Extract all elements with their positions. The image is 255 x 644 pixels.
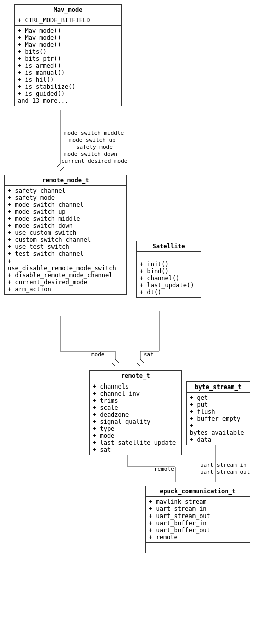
remote-t-attrs: + channels + channel_inv + trims + scale… bbox=[90, 381, 181, 455]
epuck-empty-section bbox=[146, 543, 250, 553]
byte-stream-attr-2: + flush bbox=[190, 408, 247, 415]
label-mode-switch-middle: mode_switch_middle bbox=[64, 130, 124, 136]
byte-stream-t-title: byte_stream_t bbox=[187, 382, 250, 393]
mav-mode-title: Mav_mode bbox=[15, 5, 121, 15]
satellite-title: Satellite bbox=[137, 241, 201, 252]
label-mode-switch-down: mode_switch_down bbox=[64, 151, 117, 157]
satellite-method-0: + init() bbox=[140, 261, 198, 268]
remote-t-attr-1: + channel_inv bbox=[93, 390, 178, 397]
remote-mode-t-title: remote_mode_t bbox=[5, 175, 126, 186]
remote-mode-attr-10: + use_disable_remote_mode_switch bbox=[8, 257, 123, 272]
remote-t-attr-8: + last_satellite_update bbox=[93, 439, 178, 446]
epuck-attr-0: + mavlink_stream bbox=[149, 498, 247, 505]
mav-mode-section1: + CTRL_MODE_BITFIELD bbox=[15, 15, 121, 26]
mav-mode-more: and 13 more... bbox=[18, 97, 118, 104]
satellite-box: Satellite + init() + bind() + channel() … bbox=[136, 241, 201, 298]
remote-mode-attr-2: + mode_switch_channel bbox=[8, 201, 123, 208]
epuck-communication-t-box: epuck_communication_t + mavlink_stream +… bbox=[145, 486, 250, 553]
epuck-attr-2: + uart_stream_out bbox=[149, 512, 247, 520]
label-remote: remote bbox=[154, 466, 174, 472]
mav-mode-method-4: + bits_ptr() bbox=[18, 55, 118, 62]
satellite-method-1: + bind() bbox=[140, 268, 198, 275]
diagram: Mav_mode + CTRL_MODE_BITFIELD + Mav_mode… bbox=[0, 0, 255, 644]
remote-mode-attr-0: + safety_channel bbox=[8, 187, 123, 194]
remote-t-attr-5: + signal_quality bbox=[93, 418, 178, 425]
label-uart-stream-out: uart_stream_out bbox=[200, 469, 250, 475]
mav-mode-method-1: + Mav_mode() bbox=[18, 34, 118, 41]
mav-mode-methods: + Mav_mode() + Mav_mode() + Mav_mode() +… bbox=[15, 26, 121, 106]
mav-mode-method-2: + Mav_mode() bbox=[18, 41, 118, 48]
remote-t-attr-9: + sat bbox=[93, 446, 178, 453]
remote-t-attr-7: + mode bbox=[93, 432, 178, 439]
remote-t-box: remote_t + channels + channel_inv + trim… bbox=[89, 370, 182, 455]
mav-mode-method-7: + is_hil() bbox=[18, 76, 118, 83]
epuck-attr-1: + uart_stream_in bbox=[149, 505, 247, 512]
remote-mode-attr-5: + mode_switch_down bbox=[8, 222, 123, 229]
remote-t-attr-4: + deadzone bbox=[93, 411, 178, 418]
byte-stream-attr-1: + put bbox=[190, 401, 247, 408]
epuck-communication-t-title: epuck_communication_t bbox=[146, 486, 250, 497]
byte-stream-attr-0: + get bbox=[190, 394, 247, 401]
mav-mode-method-6: + is_manual() bbox=[18, 69, 118, 76]
remote-mode-attr-13: + arm_action bbox=[8, 286, 123, 293]
label-mode-switch-up: mode_switch_up bbox=[69, 137, 116, 143]
label-sat: sat bbox=[144, 351, 154, 358]
remote-t-attr-0: + channels bbox=[93, 383, 178, 390]
satellite-method-4: + dt() bbox=[140, 289, 198, 296]
remote-mode-attr-1: + safety_mode bbox=[8, 194, 123, 201]
satellite-methods: + init() + bind() + channel() + last_upd… bbox=[137, 259, 201, 297]
remote-mode-t-attrs: + safety_channel + safety_mode + mode_sw… bbox=[5, 186, 126, 294]
mav-mode-method-9: + is_guided() bbox=[18, 90, 118, 97]
byte-stream-attr-3: + buffer_empty bbox=[190, 415, 247, 422]
byte-stream-attr-5: + data bbox=[190, 436, 247, 443]
mav-mode-method-0: + Mav_mode() bbox=[18, 27, 118, 34]
satellite-empty bbox=[137, 252, 201, 259]
remote-mode-attr-3: + mode_switch_up bbox=[8, 208, 123, 215]
remote-t-attr-3: + scale bbox=[93, 404, 178, 411]
remote-t-attr-2: + trims bbox=[93, 397, 178, 404]
remote-mode-attr-6: + use_custom_switch bbox=[8, 229, 123, 236]
svg-marker-9 bbox=[137, 359, 144, 366]
mav-mode-box: Mav_mode + CTRL_MODE_BITFIELD + Mav_mode… bbox=[14, 4, 122, 106]
satellite-method-2: + channel() bbox=[140, 275, 198, 282]
mav-mode-bitfield: + CTRL_MODE_BITFIELD bbox=[18, 17, 118, 24]
svg-marker-5 bbox=[112, 359, 119, 366]
epuck-attr-5: + remote bbox=[149, 534, 247, 541]
epuck-communication-t-attrs: + mavlink_stream + uart_stream_in + uart… bbox=[146, 497, 250, 543]
remote-t-title: remote_t bbox=[90, 371, 181, 381]
label-safety-mode: safety_mode bbox=[76, 144, 113, 150]
label-uart-stream-in: uart_stream_in bbox=[200, 462, 247, 468]
mav-mode-method-3: + bits() bbox=[18, 48, 118, 55]
remote-mode-attr-4: + mode_switch_middle bbox=[8, 215, 123, 222]
remote-mode-attr-8: + use_test_switch bbox=[8, 243, 123, 250]
label-current-desired-mode: current_desired_mode bbox=[61, 158, 127, 164]
epuck-attr-3: + uart_buffer_in bbox=[149, 520, 247, 527]
epuck-attr-4: + uart_buffer_out bbox=[149, 527, 247, 534]
label-mode: mode bbox=[91, 351, 105, 358]
svg-marker-1 bbox=[57, 164, 64, 171]
remote-mode-attr-11: + disable_remote_mode_channel bbox=[8, 272, 123, 279]
byte-stream-attr-4: + bytes_available bbox=[190, 422, 247, 436]
mav-mode-method-8: + is_stabilize() bbox=[18, 83, 118, 90]
byte-stream-t-attrs: + get + put + flush + buffer_empty + byt… bbox=[187, 393, 250, 445]
remote-t-attr-6: + type bbox=[93, 425, 178, 432]
remote-mode-t-box: remote_mode_t + safety_channel + safety_… bbox=[4, 175, 127, 295]
remote-mode-attr-7: + custom_switch_channel bbox=[8, 236, 123, 243]
remote-mode-attr-9: + test_switch_channel bbox=[8, 250, 123, 257]
mav-mode-method-5: + is_armed() bbox=[18, 62, 118, 69]
remote-mode-attr-12: + current_desired_mode bbox=[8, 279, 123, 286]
satellite-method-3: + last_update() bbox=[140, 282, 198, 289]
byte-stream-t-box: byte_stream_t + get + put + flush + buff… bbox=[186, 381, 250, 445]
